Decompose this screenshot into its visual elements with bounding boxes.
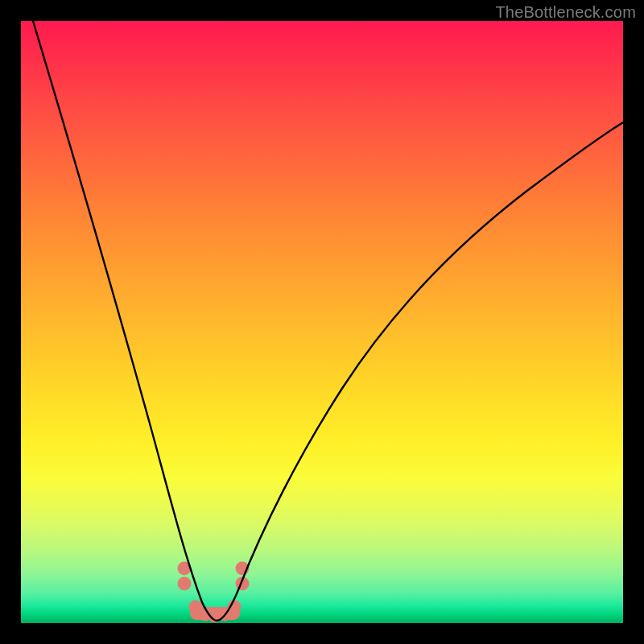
watermark-text: TheBottleneck.com: [495, 3, 636, 22]
bottleneck-curve: [33, 21, 623, 621]
chart-frame: TheBottleneck.com: [0, 0, 644, 644]
curve-layer: [21, 21, 623, 623]
plot-area: [21, 21, 623, 623]
